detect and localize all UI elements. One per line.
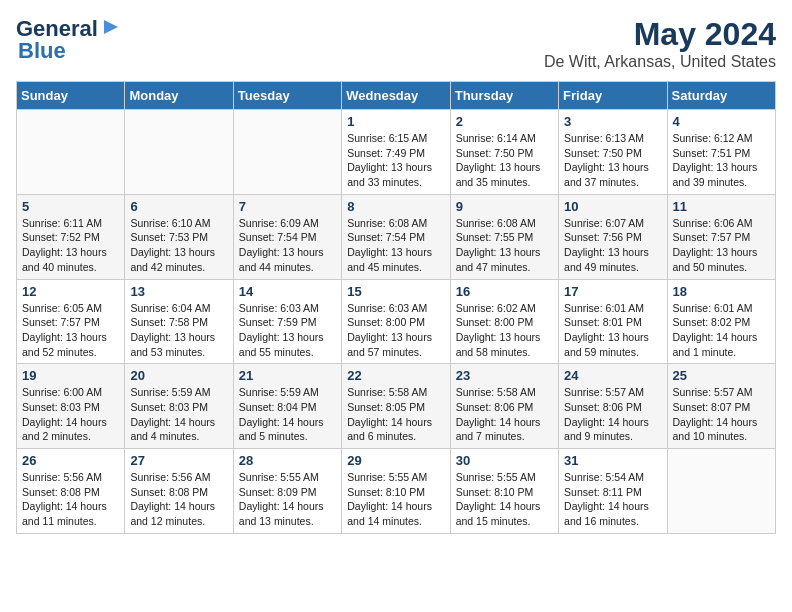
day-header-friday: Friday [559,82,667,110]
calendar-week-row: 19Sunrise: 6:00 AMSunset: 8:03 PMDayligh… [17,364,776,449]
day-number: 22 [347,368,444,383]
day-number: 31 [564,453,661,468]
calendar-day-cell: 21Sunrise: 5:59 AMSunset: 8:04 PMDayligh… [233,364,341,449]
day-info: Sunrise: 5:56 AMSunset: 8:08 PMDaylight:… [130,470,227,529]
logo-arrow-icon [100,16,122,38]
day-number: 30 [456,453,553,468]
calendar-day-cell: 27Sunrise: 5:56 AMSunset: 8:08 PMDayligh… [125,449,233,534]
calendar-day-cell: 24Sunrise: 5:57 AMSunset: 8:06 PMDayligh… [559,364,667,449]
day-number: 16 [456,284,553,299]
day-info: Sunrise: 6:15 AMSunset: 7:49 PMDaylight:… [347,131,444,190]
day-header-sunday: Sunday [17,82,125,110]
day-info: Sunrise: 6:03 AMSunset: 7:59 PMDaylight:… [239,301,336,360]
calendar-day-cell: 12Sunrise: 6:05 AMSunset: 7:57 PMDayligh… [17,279,125,364]
day-info: Sunrise: 5:56 AMSunset: 8:08 PMDaylight:… [22,470,119,529]
calendar-day-cell: 7Sunrise: 6:09 AMSunset: 7:54 PMDaylight… [233,194,341,279]
day-info: Sunrise: 6:08 AMSunset: 7:55 PMDaylight:… [456,216,553,275]
day-info: Sunrise: 6:01 AMSunset: 8:02 PMDaylight:… [673,301,770,360]
calendar-day-cell [667,449,775,534]
day-number: 13 [130,284,227,299]
day-info: Sunrise: 6:05 AMSunset: 7:57 PMDaylight:… [22,301,119,360]
title-block: May 2024 De Witt, Arkansas, United State… [544,16,776,71]
day-number: 10 [564,199,661,214]
page-subtitle: De Witt, Arkansas, United States [544,53,776,71]
day-number: 19 [22,368,119,383]
calendar-day-cell: 31Sunrise: 5:54 AMSunset: 8:11 PMDayligh… [559,449,667,534]
day-info: Sunrise: 5:58 AMSunset: 8:06 PMDaylight:… [456,385,553,444]
day-number: 29 [347,453,444,468]
day-info: Sunrise: 5:59 AMSunset: 8:04 PMDaylight:… [239,385,336,444]
calendar-day-cell [125,110,233,195]
calendar-day-cell: 17Sunrise: 6:01 AMSunset: 8:01 PMDayligh… [559,279,667,364]
calendar-day-cell: 23Sunrise: 5:58 AMSunset: 8:06 PMDayligh… [450,364,558,449]
calendar-day-cell: 22Sunrise: 5:58 AMSunset: 8:05 PMDayligh… [342,364,450,449]
calendar-day-cell: 3Sunrise: 6:13 AMSunset: 7:50 PMDaylight… [559,110,667,195]
calendar-day-cell: 19Sunrise: 6:00 AMSunset: 8:03 PMDayligh… [17,364,125,449]
day-info: Sunrise: 6:14 AMSunset: 7:50 PMDaylight:… [456,131,553,190]
svg-marker-0 [104,20,118,34]
day-number: 15 [347,284,444,299]
calendar-day-cell: 1Sunrise: 6:15 AMSunset: 7:49 PMDaylight… [342,110,450,195]
day-info: Sunrise: 6:00 AMSunset: 8:03 PMDaylight:… [22,385,119,444]
day-number: 25 [673,368,770,383]
page-title: May 2024 [544,16,776,53]
day-info: Sunrise: 6:11 AMSunset: 7:52 PMDaylight:… [22,216,119,275]
day-info: Sunrise: 5:59 AMSunset: 8:03 PMDaylight:… [130,385,227,444]
day-number: 20 [130,368,227,383]
day-info: Sunrise: 6:12 AMSunset: 7:51 PMDaylight:… [673,131,770,190]
calendar-day-cell: 14Sunrise: 6:03 AMSunset: 7:59 PMDayligh… [233,279,341,364]
calendar-day-cell: 28Sunrise: 5:55 AMSunset: 8:09 PMDayligh… [233,449,341,534]
day-info: Sunrise: 6:01 AMSunset: 8:01 PMDaylight:… [564,301,661,360]
calendar-day-cell: 4Sunrise: 6:12 AMSunset: 7:51 PMDaylight… [667,110,775,195]
calendar-day-cell: 16Sunrise: 6:02 AMSunset: 8:00 PMDayligh… [450,279,558,364]
day-number: 6 [130,199,227,214]
day-info: Sunrise: 5:57 AMSunset: 8:07 PMDaylight:… [673,385,770,444]
day-info: Sunrise: 6:06 AMSunset: 7:57 PMDaylight:… [673,216,770,275]
day-number: 14 [239,284,336,299]
day-info: Sunrise: 6:10 AMSunset: 7:53 PMDaylight:… [130,216,227,275]
calendar-day-cell: 11Sunrise: 6:06 AMSunset: 7:57 PMDayligh… [667,194,775,279]
day-number: 9 [456,199,553,214]
calendar-week-row: 12Sunrise: 6:05 AMSunset: 7:57 PMDayligh… [17,279,776,364]
day-info: Sunrise: 5:55 AMSunset: 8:10 PMDaylight:… [347,470,444,529]
day-number: 12 [22,284,119,299]
day-number: 8 [347,199,444,214]
day-info: Sunrise: 6:08 AMSunset: 7:54 PMDaylight:… [347,216,444,275]
calendar-day-cell: 8Sunrise: 6:08 AMSunset: 7:54 PMDaylight… [342,194,450,279]
day-info: Sunrise: 5:55 AMSunset: 8:09 PMDaylight:… [239,470,336,529]
calendar-day-cell: 10Sunrise: 6:07 AMSunset: 7:56 PMDayligh… [559,194,667,279]
calendar-day-cell: 30Sunrise: 5:55 AMSunset: 8:10 PMDayligh… [450,449,558,534]
logo-blue: Blue [18,38,66,64]
calendar-table: SundayMondayTuesdayWednesdayThursdayFrid… [16,81,776,534]
calendar-week-row: 1Sunrise: 6:15 AMSunset: 7:49 PMDaylight… [17,110,776,195]
day-header-saturday: Saturday [667,82,775,110]
day-info: Sunrise: 6:02 AMSunset: 8:00 PMDaylight:… [456,301,553,360]
day-number: 23 [456,368,553,383]
day-number: 5 [22,199,119,214]
day-info: Sunrise: 5:54 AMSunset: 8:11 PMDaylight:… [564,470,661,529]
calendar-day-cell: 25Sunrise: 5:57 AMSunset: 8:07 PMDayligh… [667,364,775,449]
day-info: Sunrise: 6:03 AMSunset: 8:00 PMDaylight:… [347,301,444,360]
day-number: 4 [673,114,770,129]
calendar-day-cell [17,110,125,195]
day-header-wednesday: Wednesday [342,82,450,110]
day-info: Sunrise: 6:13 AMSunset: 7:50 PMDaylight:… [564,131,661,190]
day-info: Sunrise: 6:04 AMSunset: 7:58 PMDaylight:… [130,301,227,360]
day-number: 11 [673,199,770,214]
day-header-tuesday: Tuesday [233,82,341,110]
day-number: 17 [564,284,661,299]
day-number: 24 [564,368,661,383]
day-info: Sunrise: 5:58 AMSunset: 8:05 PMDaylight:… [347,385,444,444]
calendar-day-cell: 13Sunrise: 6:04 AMSunset: 7:58 PMDayligh… [125,279,233,364]
calendar-day-cell [233,110,341,195]
calendar-day-cell: 18Sunrise: 6:01 AMSunset: 8:02 PMDayligh… [667,279,775,364]
day-number: 27 [130,453,227,468]
calendar-day-cell: 9Sunrise: 6:08 AMSunset: 7:55 PMDaylight… [450,194,558,279]
day-number: 26 [22,453,119,468]
calendar-week-row: 26Sunrise: 5:56 AMSunset: 8:08 PMDayligh… [17,449,776,534]
day-info: Sunrise: 5:57 AMSunset: 8:06 PMDaylight:… [564,385,661,444]
day-info: Sunrise: 5:55 AMSunset: 8:10 PMDaylight:… [456,470,553,529]
day-number: 2 [456,114,553,129]
day-info: Sunrise: 6:09 AMSunset: 7:54 PMDaylight:… [239,216,336,275]
calendar-day-cell: 6Sunrise: 6:10 AMSunset: 7:53 PMDaylight… [125,194,233,279]
